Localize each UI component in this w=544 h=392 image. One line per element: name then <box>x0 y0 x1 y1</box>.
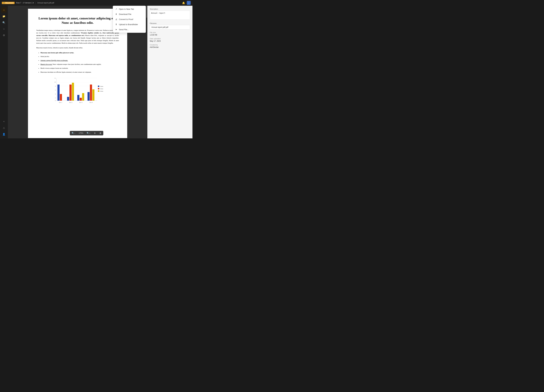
svg-rect-17 <box>67 97 69 101</box>
svg-text:0: 0 <box>55 100 56 101</box>
scroll-thumb[interactable] <box>146 6 147 18</box>
svg-rect-19 <box>72 83 74 101</box>
svg-rect-22 <box>82 93 84 101</box>
svg-text:Row 1: Row 1 <box>59 102 62 103</box>
pdf-body: Vestibulum neque massa, scelerisque sit … <box>36 29 119 74</box>
svg-text:Row 2: Row 2 <box>69 102 72 103</box>
upload-to-brandfolder-item[interactable]: ⬆ Upload to Brandfolder <box>113 22 146 27</box>
download-file-icon: ⬇ <box>115 13 118 15</box>
dropdown-menu: ↗ Open in New Tab ⬇ Download File 🖨 Conv… <box>113 6 146 33</box>
pdf-list: Maecenas non lorem quis tellus placerat … <box>41 51 119 74</box>
sidebar-item-folder[interactable]: 📁 <box>1 13 7 19</box>
topbar-version[interactable]: 🏷 Version 1 ▾ <box>23 2 34 4</box>
list-item: Mauris id ex erat. Nunc vulputate neque … <box>41 63 119 66</box>
version-label: Version 1 <box>25 2 32 4</box>
pdf-para1-italic: Nullam mollis convallis ipsum, ac accums… <box>36 40 80 41</box>
sidebar-item-user[interactable]: 👤 <box>1 131 7 137</box>
open-new-tab-label: Open in New Tab <box>119 8 134 10</box>
svg-rect-34 <box>98 90 99 92</box>
svg-text:Row 3: Row 3 <box>79 102 83 103</box>
filename-label: Filename <box>150 22 190 24</box>
filesize-value: 1,018 KB <box>150 34 190 36</box>
svg-rect-20 <box>77 95 79 101</box>
svg-text:2: 2 <box>55 97 56 99</box>
list-item: Maecenas tincidunt est efficitur ligula … <box>41 71 119 74</box>
download-button[interactable]: ⬇ <box>92 131 98 135</box>
sidebar-item-home[interactable]: ⌂ <box>1 7 7 13</box>
sidebar-item-star[interactable]: ☆ <box>1 26 7 32</box>
download-file-label: Download File <box>119 13 131 15</box>
date-uploaded-value: May 17, 2023 <box>150 40 190 42</box>
zoom-in-button[interactable]: 🔍+ <box>85 131 92 135</box>
list-item: Maecenas non lorem quis tellus placerat … <box>41 51 119 54</box>
convert-to-proof-label: Convert to Proof <box>119 18 133 20</box>
list-item: Morbi viverra semper lorem nec molestie. <box>41 67 119 70</box>
attachment-icon: 📎 <box>3 2 5 4</box>
attachment-label: Attachment <box>5 2 13 4</box>
description-label: Description <box>150 8 190 10</box>
sidebar-item-alert[interactable]: ⚠ <box>1 125 7 131</box>
svg-text:6: 6 <box>55 89 56 91</box>
zoom-bar: 🔍− 175% 🔍+ ⬇ 🗑 <box>70 131 103 135</box>
description-textarea[interactable]: Annual report <box>150 11 190 20</box>
svg-rect-18 <box>70 84 71 101</box>
topbar-separator: | <box>35 2 36 4</box>
svg-rect-15 <box>57 84 59 101</box>
list-item: Nulla facilisi. <box>41 55 119 58</box>
svg-text:Row 4: Row 4 <box>89 102 93 103</box>
topbar: 📎 Attachment Row 7 🏷 Version 1 ▾ | Annua… <box>0 0 192 6</box>
svg-rect-21 <box>80 98 82 101</box>
svg-text:Column 3: Column 3 <box>100 90 103 92</box>
send-file-icon: ➤ <box>115 28 118 31</box>
sidebar-item-search[interactable]: 🔍 <box>1 20 7 25</box>
pdf-paragraph-2: Maecenas mauris lectus, lobortis et puru… <box>36 47 119 49</box>
topbar-filename: Annual report.pdf.pdf <box>37 2 54 4</box>
sidebar-item-add[interactable]: + <box>1 119 7 124</box>
upload-to-brandfolder-icon: ⬆ <box>115 23 118 26</box>
open-new-tab-item[interactable]: ↗ Open in New Tab <box>113 6 146 12</box>
download-file-item[interactable]: ⬇ Download File <box>113 12 146 17</box>
topbar-actions: 🔔 ⋮ <box>182 1 191 5</box>
delete-button[interactable]: 🗑 <box>98 131 103 135</box>
svg-rect-32 <box>98 88 99 89</box>
created-by-value: Adil Berdai <box>150 46 190 48</box>
more-options-icon[interactable]: ⋮ <box>187 1 191 5</box>
topbar-row: Row 7 <box>16 2 21 4</box>
svg-rect-30 <box>98 86 99 87</box>
send-file-item[interactable]: ➤ Send File... <box>113 27 146 32</box>
notification-icon[interactable]: 🔔 <box>182 1 186 5</box>
version-icon: 🏷 <box>23 2 24 4</box>
svg-text:8: 8 <box>55 86 56 87</box>
svg-rect-24 <box>90 84 92 101</box>
zoom-value: 175% <box>77 131 85 135</box>
svg-text:12: 12 <box>54 78 56 79</box>
svg-text:10: 10 <box>54 82 56 83</box>
right-panel: Description Annual report Filename File … <box>147 6 192 138</box>
chart-container: 0 2 4 6 8 10 12 <box>52 77 103 107</box>
created-by-label: Created by <box>150 44 190 46</box>
date-uploaded-label: Date uploaded <box>150 38 190 40</box>
bar-chart: 0 2 4 6 8 10 12 <box>52 77 103 107</box>
svg-text:4: 4 <box>55 93 56 95</box>
svg-text:Column 2: Column 2 <box>100 88 103 89</box>
convert-to-proof-item[interactable]: 🖨 Convert to Proof <box>113 17 146 22</box>
open-new-tab-icon: ↗ <box>115 8 118 10</box>
scrollbar[interactable] <box>146 6 147 138</box>
list-item: Aenean congue fringilla justo ut aliquam… <box>41 59 119 62</box>
svg-text:Column 1: Column 1 <box>100 86 103 87</box>
upload-to-brandfolder-label: Upload to Brandfolder <box>119 23 138 26</box>
filename-input[interactable] <box>150 25 190 30</box>
svg-rect-16 <box>60 94 62 101</box>
zoom-out-button[interactable]: 🔍− <box>70 131 77 135</box>
chevron-down-icon: ▾ <box>33 2 34 4</box>
svg-rect-23 <box>88 92 90 101</box>
convert-to-proof-icon: 🖨 <box>115 18 118 20</box>
pdf-title: Lorem ipsum dolor sit amet, consectetur … <box>36 16 119 25</box>
left-sidebar: ⌂ 📁 🔍 ☆ ⚙ + ⚠ 👤 <box>0 6 8 138</box>
pdf-paragraph-1: Vestibulum neque massa, scelerisque sit … <box>36 29 119 44</box>
pdf-document: Lorem ipsum dolor sit amet, consectetur … <box>28 9 127 138</box>
sidebar-item-gear[interactable]: ⚙ <box>1 32 7 38</box>
svg-rect-25 <box>92 89 95 101</box>
attachment-badge: 📎 Attachment <box>2 2 15 4</box>
filesize-label: File size <box>150 32 190 33</box>
